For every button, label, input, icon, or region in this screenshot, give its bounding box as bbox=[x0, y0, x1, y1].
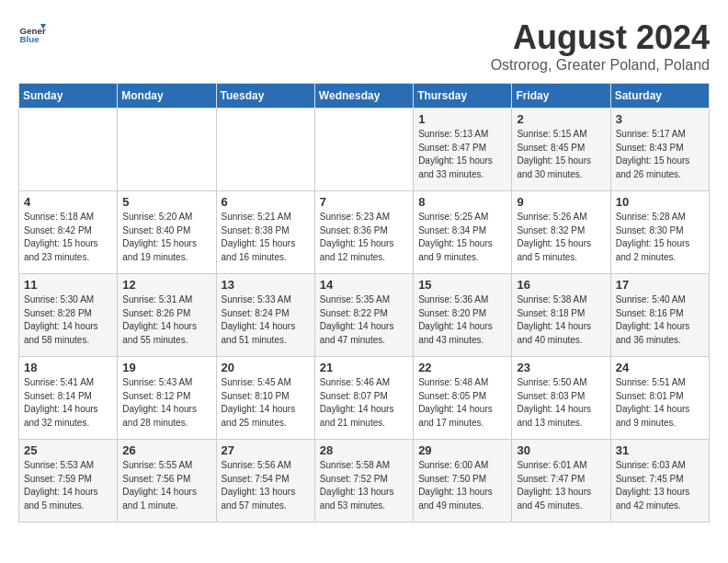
day-info: Sunrise: 5:28 AM Sunset: 8:30 PM Dayligh… bbox=[616, 211, 704, 264]
day-cell: 19Sunrise: 5:43 AM Sunset: 8:12 PM Dayli… bbox=[118, 357, 216, 440]
logo: General Blue bbox=[18, 18, 46, 46]
day-cell: 8Sunrise: 5:25 AM Sunset: 8:34 PM Daylig… bbox=[414, 191, 512, 274]
day-info: Sunrise: 5:35 AM Sunset: 8:22 PM Dayligh… bbox=[320, 293, 408, 347]
day-info: Sunrise: 5:23 AM Sunset: 8:36 PM Dayligh… bbox=[320, 211, 408, 264]
day-cell: 23Sunrise: 5:50 AM Sunset: 8:03 PM Dayli… bbox=[512, 357, 610, 440]
day-number: 12 bbox=[122, 278, 210, 292]
day-number: 1 bbox=[418, 112, 506, 126]
day-number: 8 bbox=[418, 195, 506, 209]
day-info: Sunrise: 5:43 AM Sunset: 8:12 PM Dayligh… bbox=[122, 376, 210, 430]
day-cell: 18Sunrise: 5:41 AM Sunset: 8:14 PM Dayli… bbox=[19, 357, 118, 440]
column-header-tuesday: Tuesday bbox=[216, 84, 314, 109]
day-number: 13 bbox=[222, 278, 310, 292]
day-cell bbox=[216, 109, 314, 191]
day-info: Sunrise: 5:20 AM Sunset: 8:40 PM Dayligh… bbox=[122, 211, 210, 264]
day-number: 29 bbox=[418, 443, 506, 457]
day-cell: 26Sunrise: 5:55 AM Sunset: 7:56 PM Dayli… bbox=[118, 440, 216, 523]
day-cell: 12Sunrise: 5:31 AM Sunset: 8:26 PM Dayli… bbox=[118, 274, 216, 357]
day-info: Sunrise: 5:55 AM Sunset: 7:56 PM Dayligh… bbox=[122, 459, 210, 512]
day-number: 20 bbox=[222, 361, 310, 374]
day-info: Sunrise: 5:41 AM Sunset: 8:14 PM Dayligh… bbox=[24, 376, 112, 430]
day-number: 6 bbox=[222, 195, 310, 209]
day-number: 26 bbox=[122, 443, 210, 457]
day-info: Sunrise: 5:13 AM Sunset: 8:47 PM Dayligh… bbox=[418, 128, 506, 181]
day-number: 31 bbox=[616, 443, 704, 457]
page-header: General Blue August 2024 Ostrorog, Great… bbox=[18, 18, 710, 74]
day-number: 15 bbox=[418, 278, 506, 292]
day-number: 9 bbox=[517, 195, 605, 209]
day-info: Sunrise: 5:26 AM Sunset: 8:32 PM Dayligh… bbox=[517, 211, 605, 264]
day-info: Sunrise: 5:45 AM Sunset: 8:10 PM Dayligh… bbox=[222, 376, 310, 430]
day-cell: 15Sunrise: 5:36 AM Sunset: 8:20 PM Dayli… bbox=[414, 274, 512, 357]
day-cell: 25Sunrise: 5:53 AM Sunset: 7:59 PM Dayli… bbox=[19, 440, 118, 523]
day-info: Sunrise: 5:48 AM Sunset: 8:05 PM Dayligh… bbox=[418, 376, 506, 430]
day-number: 19 bbox=[122, 361, 210, 374]
week-row-1: 1Sunrise: 5:13 AM Sunset: 8:47 PM Daylig… bbox=[19, 109, 710, 191]
day-info: Sunrise: 5:38 AM Sunset: 8:18 PM Dayligh… bbox=[517, 293, 605, 347]
day-info: Sunrise: 5:50 AM Sunset: 8:03 PM Dayligh… bbox=[517, 376, 605, 430]
day-cell: 29Sunrise: 6:00 AM Sunset: 7:50 PM Dayli… bbox=[414, 440, 512, 523]
week-row-2: 4Sunrise: 5:18 AM Sunset: 8:42 PM Daylig… bbox=[19, 191, 710, 274]
day-info: Sunrise: 5:30 AM Sunset: 8:28 PM Dayligh… bbox=[24, 293, 112, 347]
day-number: 21 bbox=[320, 361, 408, 374]
column-header-friday: Friday bbox=[512, 84, 610, 109]
day-cell: 30Sunrise: 6:01 AM Sunset: 7:47 PM Dayli… bbox=[512, 440, 610, 523]
column-header-sunday: Sunday bbox=[19, 84, 118, 109]
day-cell: 10Sunrise: 5:28 AM Sunset: 8:30 PM Dayli… bbox=[610, 191, 709, 274]
day-number: 5 bbox=[122, 195, 210, 209]
calendar-table: SundayMondayTuesdayWednesdayThursdayFrid… bbox=[18, 83, 710, 523]
calendar-header-row: SundayMondayTuesdayWednesdayThursdayFrid… bbox=[19, 84, 710, 109]
day-cell: 28Sunrise: 5:58 AM Sunset: 7:52 PM Dayli… bbox=[314, 440, 413, 523]
day-cell: 13Sunrise: 5:33 AM Sunset: 8:24 PM Dayli… bbox=[216, 274, 314, 357]
day-cell: 2Sunrise: 5:15 AM Sunset: 8:45 PM Daylig… bbox=[512, 109, 610, 191]
month-title: August 2024 bbox=[491, 18, 710, 57]
day-info: Sunrise: 5:56 AM Sunset: 7:54 PM Dayligh… bbox=[222, 459, 310, 512]
day-number: 24 bbox=[616, 361, 704, 374]
day-cell: 9Sunrise: 5:26 AM Sunset: 8:32 PM Daylig… bbox=[512, 191, 610, 274]
day-info: Sunrise: 5:51 AM Sunset: 8:01 PM Dayligh… bbox=[616, 376, 704, 430]
calendar-body: 1Sunrise: 5:13 AM Sunset: 8:47 PM Daylig… bbox=[19, 109, 710, 523]
svg-text:Blue: Blue bbox=[20, 34, 40, 44]
day-cell: 21Sunrise: 5:46 AM Sunset: 8:07 PM Dayli… bbox=[314, 357, 413, 440]
day-info: Sunrise: 6:03 AM Sunset: 7:45 PM Dayligh… bbox=[616, 459, 704, 512]
day-number: 2 bbox=[517, 112, 605, 126]
column-header-wednesday: Wednesday bbox=[314, 84, 413, 109]
day-info: Sunrise: 6:01 AM Sunset: 7:47 PM Dayligh… bbox=[517, 459, 605, 512]
day-cell: 17Sunrise: 5:40 AM Sunset: 8:16 PM Dayli… bbox=[610, 274, 709, 357]
day-info: Sunrise: 5:25 AM Sunset: 8:34 PM Dayligh… bbox=[418, 211, 506, 264]
day-info: Sunrise: 5:17 AM Sunset: 8:43 PM Dayligh… bbox=[616, 128, 704, 181]
day-cell: 16Sunrise: 5:38 AM Sunset: 8:18 PM Dayli… bbox=[512, 274, 610, 357]
day-info: Sunrise: 5:36 AM Sunset: 8:20 PM Dayligh… bbox=[418, 293, 506, 347]
day-info: Sunrise: 5:21 AM Sunset: 8:38 PM Dayligh… bbox=[222, 211, 310, 264]
day-number: 30 bbox=[517, 443, 605, 457]
day-cell: 31Sunrise: 6:03 AM Sunset: 7:45 PM Dayli… bbox=[610, 440, 709, 523]
column-header-saturday: Saturday bbox=[610, 84, 709, 109]
day-number: 3 bbox=[616, 112, 704, 126]
day-number: 10 bbox=[616, 195, 704, 209]
day-number: 17 bbox=[616, 278, 704, 292]
day-number: 4 bbox=[24, 195, 112, 209]
location-subtitle: Ostrorog, Greater Poland, Poland bbox=[491, 57, 710, 74]
day-number: 16 bbox=[517, 278, 605, 292]
day-cell: 7Sunrise: 5:23 AM Sunset: 8:36 PM Daylig… bbox=[314, 191, 413, 274]
day-cell bbox=[19, 109, 118, 191]
week-row-5: 25Sunrise: 5:53 AM Sunset: 7:59 PM Dayli… bbox=[19, 440, 710, 523]
day-info: Sunrise: 5:58 AM Sunset: 7:52 PM Dayligh… bbox=[320, 459, 408, 512]
day-cell: 14Sunrise: 5:35 AM Sunset: 8:22 PM Dayli… bbox=[314, 274, 413, 357]
day-info: Sunrise: 6:00 AM Sunset: 7:50 PM Dayligh… bbox=[418, 459, 506, 512]
day-cell: 22Sunrise: 5:48 AM Sunset: 8:05 PM Dayli… bbox=[414, 357, 512, 440]
day-number: 23 bbox=[517, 361, 605, 374]
day-cell: 6Sunrise: 5:21 AM Sunset: 8:38 PM Daylig… bbox=[216, 191, 314, 274]
column-header-thursday: Thursday bbox=[414, 84, 512, 109]
day-cell bbox=[118, 109, 216, 191]
title-block: August 2024 Ostrorog, Greater Poland, Po… bbox=[491, 18, 710, 74]
day-info: Sunrise: 5:15 AM Sunset: 8:45 PM Dayligh… bbox=[517, 128, 605, 181]
week-row-4: 18Sunrise: 5:41 AM Sunset: 8:14 PM Dayli… bbox=[19, 357, 710, 440]
day-info: Sunrise: 5:31 AM Sunset: 8:26 PM Dayligh… bbox=[122, 293, 210, 347]
day-cell: 5Sunrise: 5:20 AM Sunset: 8:40 PM Daylig… bbox=[118, 191, 216, 274]
day-cell: 4Sunrise: 5:18 AM Sunset: 8:42 PM Daylig… bbox=[19, 191, 118, 274]
day-number: 22 bbox=[418, 361, 506, 374]
day-cell: 20Sunrise: 5:45 AM Sunset: 8:10 PM Dayli… bbox=[216, 357, 314, 440]
logo-icon: General Blue bbox=[18, 18, 46, 46]
day-cell: 27Sunrise: 5:56 AM Sunset: 7:54 PM Dayli… bbox=[216, 440, 314, 523]
